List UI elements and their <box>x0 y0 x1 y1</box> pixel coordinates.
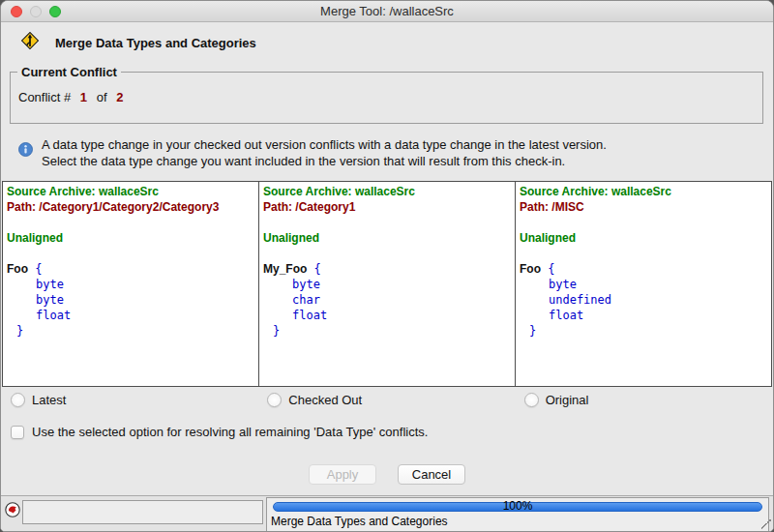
type-field: byte <box>520 277 767 292</box>
alignment-label: Unaligned <box>7 230 254 246</box>
type-name: Foo <box>520 262 541 276</box>
radio-latest[interactable]: Latest <box>2 393 258 407</box>
dialog-header-title: Merge Data Types and Categories <box>55 36 256 50</box>
type-field: byte <box>7 292 254 308</box>
open-brace: { <box>314 262 321 276</box>
minimize-window-button[interactable] <box>30 6 42 17</box>
path-label: Path: /Category1 <box>263 199 511 215</box>
window-controls <box>11 6 61 17</box>
close-window-button[interactable] <box>11 6 22 17</box>
radio-checked-out-label: Checked Out <box>288 393 362 407</box>
path-label: Path: /Category1/Category2/Category3 <box>7 199 254 215</box>
progress-percent: 100% <box>273 499 762 513</box>
merge-road-sign-icon <box>20 31 40 54</box>
radio-original[interactable]: Original <box>516 393 772 407</box>
type-field: byte <box>263 277 511 292</box>
info-message: A data type change in your checked out v… <box>1 124 773 181</box>
progress-task-label: Merge Data Types and Categories <box>267 512 768 528</box>
radio-button-icon[interactable] <box>524 393 539 407</box>
info-text: A data type change in your checked out v… <box>42 136 607 169</box>
app-logo-icon <box>5 502 20 521</box>
conflict-counter: Conflict # 1 of 2 <box>18 90 755 104</box>
conflict-current-number: 1 <box>80 90 87 104</box>
type-name: Foo <box>7 262 28 276</box>
resolve-all-checkbox-label: Use the selected option for resolving al… <box>32 425 428 439</box>
source-archive-label: Source Archive: wallaceSrc <box>520 184 767 199</box>
type-name: My_Foo <box>263 262 307 276</box>
type-field: float <box>7 308 254 323</box>
info-icon <box>18 136 42 169</box>
open-brace: { <box>35 262 42 276</box>
source-archive-label: Source Archive: wallaceSrc <box>7 184 254 199</box>
conflict-counter-prefix: Conflict # <box>18 90 71 104</box>
info-line-2: Select the data type change you want inc… <box>42 153 607 169</box>
type-declaration: My_Foo { <box>263 261 511 277</box>
radio-original-label: Original <box>546 393 589 407</box>
type-declaration: Foo { <box>7 261 254 277</box>
type-field: float <box>263 308 511 323</box>
type-field: char <box>263 292 511 308</box>
conflict-total-number: 2 <box>116 90 123 104</box>
source-archive-label: Source Archive: wallaceSrc <box>263 184 511 199</box>
status-message-panel <box>22 500 263 524</box>
radio-button-icon[interactable] <box>11 393 25 407</box>
close-brace: } <box>263 323 511 339</box>
zoom-window-button[interactable] <box>49 6 61 17</box>
type-declaration: Foo { <box>520 261 767 277</box>
version-panels: Source Archive: wallaceSrc Path: /Catego… <box>2 181 772 387</box>
panel-original[interactable]: Source Archive: wallaceSrc Path: /MISC U… <box>516 182 771 386</box>
merge-tool-window: Merge Tool: /wallaceSrc Merge Data Types… <box>0 0 774 532</box>
title-bar: Merge Tool: /wallaceSrc <box>1 1 773 22</box>
type-field: float <box>520 308 767 323</box>
radio-latest-label: Latest <box>32 393 66 407</box>
path-label: Path: /MISC <box>520 199 767 215</box>
conflict-of-label: of <box>97 90 107 104</box>
window-title: Merge Tool: /wallaceSrc <box>320 4 454 18</box>
close-brace: } <box>520 323 767 339</box>
dialog-buttons: Apply Cancel <box>1 464 773 485</box>
radio-checked-out[interactable]: Checked Out <box>258 393 515 407</box>
progress-panel: 100% Merge Data Types and Categories <box>266 497 769 531</box>
groupbox-legend: Current Conflict <box>17 65 121 79</box>
version-radio-group: Latest Checked Out Original <box>2 393 772 407</box>
resolve-all-checkbox-row[interactable]: Use the selected option for resolving al… <box>11 425 773 439</box>
status-bar: 100% Merge Data Types and Categories <box>1 495 773 531</box>
dialog-header: Merge Data Types and Categories <box>1 22 773 62</box>
progress-bar: 100% <box>273 502 762 512</box>
panel-checked-out[interactable]: Source Archive: wallaceSrc Path: /Catego… <box>259 182 516 386</box>
panel-latest[interactable]: Source Archive: wallaceSrc Path: /Catego… <box>3 182 259 386</box>
apply-button[interactable]: Apply <box>309 464 376 485</box>
type-field: byte <box>7 277 254 292</box>
alignment-label: Unaligned <box>520 230 767 246</box>
radio-button-icon[interactable] <box>267 393 282 407</box>
open-brace: { <box>548 262 554 276</box>
current-conflict-groupbox: Current Conflict Conflict # 1 of 2 <box>10 72 763 124</box>
info-line-1: A data type change in your checked out v… <box>42 136 607 153</box>
type-field: undefined <box>520 292 767 308</box>
resize-grip[interactable] <box>761 519 771 529</box>
close-brace: } <box>7 323 254 339</box>
alignment-label: Unaligned <box>263 230 511 246</box>
cancel-button[interactable]: Cancel <box>398 464 465 485</box>
resolve-all-checkbox[interactable] <box>11 426 24 439</box>
